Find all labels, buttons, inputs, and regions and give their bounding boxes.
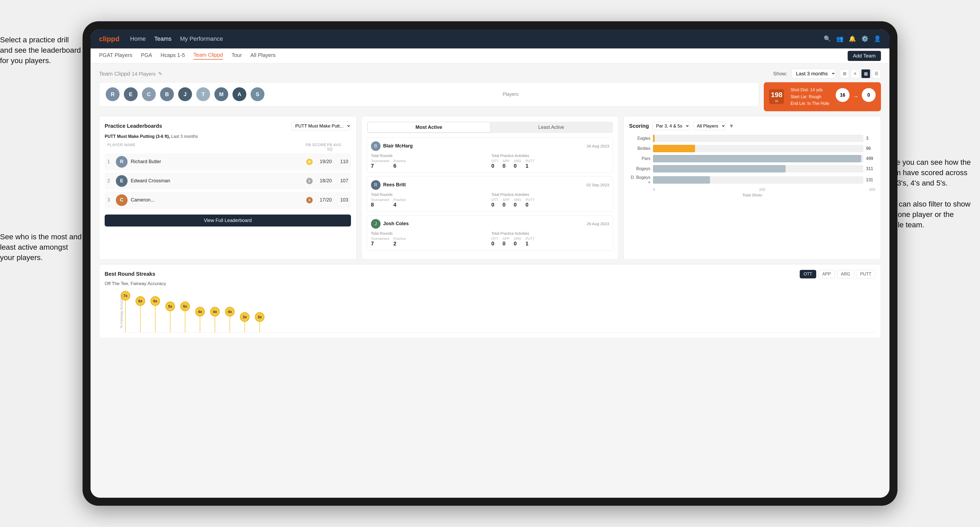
active-tabs: Most Active Least Active [367, 122, 613, 133]
streaks-title: Best Round Streaks [105, 271, 155, 277]
team-controls: Show: Last 3 months ⊞ ≡ ▦ ☰ [773, 69, 881, 78]
shot-details: Shot Dist: 14 yds Start Lie: Rough End L… [791, 86, 829, 107]
view-card-btn[interactable]: ▦ [861, 69, 870, 78]
leaderboard-row-3[interactable]: 3 C Cameron... 3 17/20 103 [105, 192, 351, 209]
nav-icons: 🔍 👥 🔔 ⚙️ 👤 [824, 35, 881, 42]
chart-axis: 0 200 400 [629, 187, 875, 192]
navbar: clippd Home Teams My Performance 🔍 👥 🔔 ⚙… [91, 29, 889, 48]
lb-avg-2: 107 [335, 178, 348, 184]
team-title: Team Clippd 14 Players [99, 71, 156, 77]
streaks-tabs: OTT APP ARG PUTT [800, 270, 875, 278]
players-row: R E C B J T M A S Players [99, 82, 759, 106]
leaderboard-row-2[interactable]: 2 E Edward Crossman 2 18/20 107 [105, 173, 351, 189]
par-filter-select[interactable]: Par 3, 4 & 5s [652, 122, 690, 130]
active-player-card-1: B Blair McHarg 26 Aug 2023 Total Rounds … [367, 137, 613, 173]
drill-select[interactable]: PUTT Must Make Putt... [291, 122, 351, 130]
streak-tab-ott[interactable]: OTT [800, 270, 816, 278]
lb-avg-1: 110 [335, 159, 348, 165]
streak-tab-putt[interactable]: PUTT [856, 270, 875, 278]
avatar-3[interactable]: C [142, 87, 156, 101]
avatar-8[interactable]: A [232, 87, 247, 101]
bar-row-eagles: Eagles 3 [629, 135, 875, 142]
lollipop-chart: % Fairway Accuracy 7x 6x [105, 290, 875, 333]
subnav-pga[interactable]: PGA [141, 52, 152, 59]
bell-icon[interactable]: 🔔 [849, 35, 856, 42]
view-grid-btn[interactable]: ⊞ [840, 69, 849, 78]
lollipop-2: 6x [135, 296, 145, 332]
shot-circle-1: 16 [836, 88, 850, 102]
nav-link-performance[interactable]: My Performance [180, 35, 223, 42]
streaks-header: Best Round Streaks OTT APP ARG PUTT [105, 270, 875, 278]
lollipop-8: 4x [225, 307, 235, 332]
show-label: Show: [773, 71, 787, 77]
bar-fill-eagles [653, 135, 655, 142]
bar-fill-birdies [653, 145, 695, 152]
lb-badge-1: ★ [306, 159, 313, 165]
shot-circles: 16 yds → 0 yds [836, 88, 876, 105]
view-full-leaderboard-button[interactable]: View Full Leaderboard [105, 214, 351, 227]
tab-most-active[interactable]: Most Active [368, 122, 490, 132]
scoring-dropdown-icon[interactable]: ▼ [729, 123, 734, 129]
settings-icon[interactable]: ⚙️ [861, 35, 869, 42]
bar-fill-bogeys [653, 165, 785, 173]
edit-icon[interactable]: ✎ [158, 71, 162, 77]
streak-tab-arg[interactable]: ARG [837, 270, 854, 278]
view-list-btn[interactable]: ≡ [851, 69, 860, 78]
view-icons: ⊞ ≡ ▦ ☰ [840, 69, 881, 78]
people-icon[interactable]: 👥 [836, 35, 843, 42]
nav-logo: clippd [99, 35, 119, 43]
leaderboard-row-1[interactable]: 1 R Richard Butler ★ 19/20 110 [105, 153, 351, 170]
bar-fill-dbogeys [653, 176, 710, 184]
apc-avatar-2: R [371, 180, 380, 190]
chart-x-label: Total Shots [629, 193, 875, 197]
lb-badge-2: 2 [306, 178, 313, 184]
scoring-title: Scoring [629, 123, 649, 129]
shot-number: 198 sc [769, 89, 784, 104]
streaks-subtitle: Off The Tee, Fairway Accuracy [105, 281, 875, 286]
main-content: Team Clippd 14 Players ✎ Show: Last 3 mo… [91, 63, 889, 498]
annotation-bottom-left: See who is the most and least active amo… [0, 232, 83, 263]
nav-link-home[interactable]: Home [130, 35, 146, 42]
active-player-card-2: R Rees Britt 02 Sep 2023 Total Rounds To… [367, 176, 613, 212]
avatar-4[interactable]: B [160, 87, 174, 101]
avatar-7[interactable]: M [215, 87, 228, 101]
tab-least-active[interactable]: Least Active [490, 122, 612, 132]
nav-links: Home Teams My Performance [130, 35, 824, 42]
apc-rounds-1: Total Rounds Tournament 7 Practice 6 [371, 154, 488, 169]
search-icon[interactable]: 🔍 [824, 35, 831, 42]
streak-tab-app[interactable]: APP [818, 270, 835, 278]
lb-avatar-1: R [116, 156, 127, 168]
subnav-team-clippd[interactable]: Team Clippd [193, 52, 223, 60]
bar-chart: Eagles 3 Birdies 96 [629, 135, 875, 185]
add-team-button[interactable]: Add Team [848, 51, 881, 61]
bar-row-bogeys: Bogeys 311 [629, 165, 875, 173]
lb-avg-3: 103 [335, 197, 348, 203]
avatar-1[interactable]: R [106, 87, 119, 101]
lb-badge-3: 3 [306, 197, 313, 203]
subnav-tour[interactable]: Tour [231, 52, 242, 59]
apc-date-2: 02 Sep 2023 [586, 183, 609, 187]
streaks-panel: Best Round Streaks OTT APP ARG PUTT Off … [99, 264, 881, 338]
lb-avatar-2: E [116, 175, 127, 187]
subnav-hcaps[interactable]: Hcaps 1-5 [161, 52, 185, 59]
subnav-pgat[interactable]: PGAT Players [99, 52, 132, 59]
team-header: Team Clippd 14 Players ✎ Show: Last 3 mo… [99, 69, 881, 78]
nav-link-teams[interactable]: Teams [154, 35, 172, 42]
lollipop-10: 3x [255, 312, 264, 332]
subnav-all-players[interactable]: All Players [250, 52, 275, 59]
user-icon[interactable]: 👤 [874, 35, 881, 42]
show-select[interactable]: Last 3 months [791, 69, 836, 78]
lollipop-6: 4x [195, 307, 205, 332]
practice-leaderboards-panel: Practice Leaderboards PUTT Must Make Put… [99, 116, 356, 259]
avatar-9[interactable]: S [251, 87, 264, 101]
player-filter-select[interactable]: All Players [693, 122, 725, 130]
shot-circle-2: 0 [862, 88, 876, 102]
lollipop-7: 4x [210, 307, 220, 332]
avatar-6[interactable]: T [196, 87, 210, 101]
avatar-5[interactable]: J [178, 87, 192, 101]
player-count: 14 Players [132, 71, 156, 77]
apc-name-3: Josh Coles [383, 221, 409, 227]
avatar-2[interactable]: E [124, 87, 138, 101]
view-detail-btn[interactable]: ☰ [872, 69, 881, 78]
bar-fill-pars [653, 155, 861, 162]
